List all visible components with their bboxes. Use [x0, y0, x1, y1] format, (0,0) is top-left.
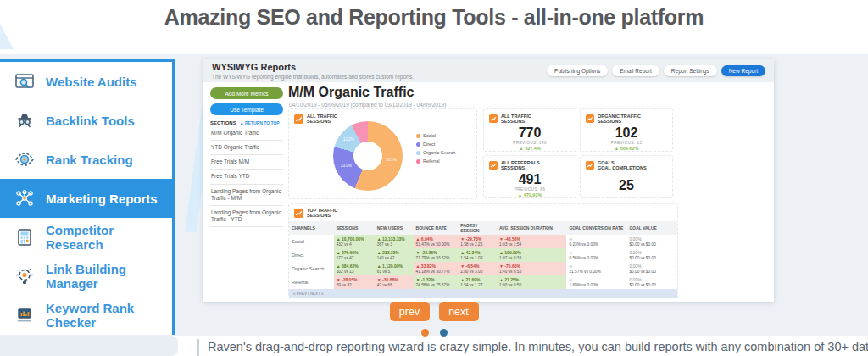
- backlink-tools-icon: [14, 110, 36, 131]
- metric-value: 491: [484, 172, 576, 187]
- donut-slice-label: 13.2%: [343, 137, 354, 142]
- column-header: SESSIONS: [334, 221, 375, 235]
- metric-value: 770: [484, 125, 576, 141]
- website-audits-icon: [14, 71, 36, 92]
- sidebar-item-label: Marketing Reports: [46, 192, 158, 206]
- table-pagination[interactable]: « PREV / NEXT »: [289, 289, 677, 298]
- add-more-metrics-button[interactable]: Add More Metrics: [210, 87, 283, 99]
- donut-slice-label: 56.1%: [386, 158, 397, 162]
- section-link[interactable]: Free Trials YTD: [210, 170, 283, 184]
- metric-previous: PREVIOUS: 146: [484, 141, 576, 145]
- table-cell: ▲ 1,120.00%61 vs 5: [375, 262, 414, 275]
- table-cell: ▲ 42.34%1.54 vs 1.09: [458, 248, 497, 262]
- all-traffic-donut-card: ALL TRAFFIC SESSIONS 56.1% 23.0% 13.2% S…: [288, 108, 477, 199]
- metric-cards-grid: ALL TRAFFICSESSIONS 770 PREVIOUS: 146 ▲ …: [483, 108, 673, 198]
- metric-delta: ▲ 470.93%: [484, 192, 576, 197]
- table-cell: ▲ 233.33%140 vs 42: [375, 248, 414, 262]
- table-row: Direct ▲ 276.60%177 vs 47 ▲ 233.33%140 v…: [289, 248, 677, 262]
- marketing-reports-icon: [14, 188, 36, 209]
- table-row: Social ▲ 10,700.00%432 vs 4 ▲ 12,133.33%…: [289, 235, 677, 248]
- sidebar-item-label: Rank Tracking: [46, 153, 133, 167]
- table-cell: ∞0.23% vs 0.00%: [566, 235, 626, 248]
- legend-dot: [416, 159, 420, 164]
- channel-cell: Social: [289, 235, 334, 248]
- legend-label: Social: [423, 133, 436, 138]
- table-row: Organic Search ▲ 684.62%102 vs 13 ▲ 1,12…: [289, 262, 677, 275]
- report-date-range: 04/10/2019 - 05/09/2019 (compared to 03/…: [289, 102, 446, 108]
- legend-dot: [416, 151, 420, 155]
- table-cell: ▼ -6.54%2.80 vs 3.00: [458, 262, 497, 275]
- legend-dot: [416, 142, 420, 147]
- sidebar-item-marketing-reports[interactable]: Marketing Reports: [0, 179, 175, 218]
- carousel-dot[interactable]: [440, 329, 448, 337]
- metric-delta: ▲ 427.4%: [484, 146, 576, 151]
- card-subtitle: SESSIONS: [598, 119, 641, 124]
- metric-value: 102: [581, 125, 672, 141]
- prev-button[interactable]: prev: [390, 302, 430, 321]
- sidebar-item-website-audits[interactable]: Website Audits: [0, 62, 172, 101]
- metric-previous: PREVIOUS: 13: [581, 141, 672, 145]
- column-header: CHANNELS: [289, 221, 334, 235]
- carousel-controls: prev next: [0, 302, 868, 321]
- email-report-button[interactable]: Email Report: [612, 65, 659, 76]
- metric-icon: [294, 114, 303, 124]
- metric-icon: [489, 114, 498, 123]
- legend-label: Direct: [423, 142, 435, 147]
- return-to-top-link[interactable]: ▲ RETURN TO TOP: [240, 120, 280, 125]
- competitor-research-icon: [14, 227, 36, 248]
- section-link[interactable]: Landing Pages from Organic Traffic - M/M: [210, 185, 283, 206]
- report-settings-button[interactable]: Report Settings: [664, 65, 717, 76]
- page-title: Amazing SEO and Reporting Tools - all-in…: [0, 5, 868, 30]
- caption-divider: [197, 339, 199, 356]
- table-cell: 0.00%$0.00 vs $0.00: [626, 235, 677, 248]
- table-cell: 0.00%$0.00 vs $0.00: [626, 275, 677, 289]
- metric-icon: [586, 161, 594, 170]
- sections-label: SECTIONS: [210, 120, 236, 125]
- section-link[interactable]: M/M Organic Traffic: [210, 126, 283, 141]
- legend-label: Referral: [423, 159, 440, 164]
- carousel-dot-active[interactable]: [421, 329, 429, 337]
- app-title: WYSIWYG Reports: [212, 62, 414, 73]
- table-cell: ▲ 684.62%102 vs 13: [334, 262, 375, 275]
- table-cell: ▲ 33.82%41.18% vs 30.77%: [414, 262, 459, 275]
- metric-delta: ▲ 684.62%: [581, 146, 672, 151]
- metric-icon: [489, 161, 498, 170]
- section-link[interactable]: Free Trials M/M: [210, 155, 283, 170]
- use-template-button[interactable]: Use Template: [210, 103, 283, 115]
- card-subtitle: SESSIONS: [307, 213, 337, 218]
- app-subtitle: The WYSIWYG reporting engine that builds…: [212, 74, 414, 80]
- link-building-icon: [14, 266, 36, 286]
- metric-card-organic-traffic: ORGANIC TRAFFICSESSIONS 102 PREVIOUS: 13…: [580, 108, 673, 152]
- traffic-donut-chart: 56.1% 23.0% 13.2%: [333, 121, 403, 191]
- sidebar-item-link-building-manager[interactable]: Link Building Manager: [0, 257, 172, 296]
- column-header: BOUNCE RATE: [414, 221, 459, 235]
- dashboard-header: WYSIWYG Reports The WYSIWYG reporting en…: [203, 59, 774, 82]
- next-button[interactable]: next: [439, 302, 479, 321]
- traffic-table: CHANNELS SESSIONS NEW USERS BOUNCE RATE …: [289, 221, 677, 289]
- section-link[interactable]: Landing Pages from Organic Traffic - YTD: [210, 206, 283, 227]
- donut-slice-label: 23.0%: [341, 164, 352, 168]
- sidebar-item-backlink-tools[interactable]: Backlink Tools: [0, 101, 172, 140]
- rank-tracking-icon: [14, 149, 36, 170]
- metric-card-goals: GOALSGOAL COMPLETIONS 25: [580, 155, 673, 198]
- report-title: M/M Organic Traffic: [288, 85, 414, 100]
- card-subtitle: SESSIONS: [501, 165, 540, 170]
- metric-icon: [586, 114, 594, 123]
- publishing-options-button[interactable]: Publishing Options: [547, 65, 608, 76]
- card-subtitle: GOAL COMPLETIONS: [598, 165, 647, 170]
- section-link[interactable]: YTD Organic Traffic: [210, 141, 283, 155]
- sidebar-item-competitor-research[interactable]: Competitor Research: [0, 218, 172, 257]
- metric-value: 25: [581, 178, 672, 193]
- metric-card-all-traffic: ALL TRAFFICSESSIONS 770 PREVIOUS: 146 ▲ …: [483, 108, 576, 152]
- new-report-button[interactable]: New Report: [721, 65, 765, 76]
- table-cell: ∞1.69% vs 0.00%: [566, 275, 626, 289]
- table-cell: ▼ -1.32%74.58% vs 75.67%: [414, 275, 459, 289]
- table-row: Referral ▼ -28.05%59 vs 82 ▼ -30.88%47 v…: [289, 275, 677, 289]
- sidebar-item-label: Competitor Research: [46, 223, 172, 252]
- table-cell: ▲ 100.09%1:07 vs 0:33: [497, 248, 566, 262]
- column-header: NEW USERS: [375, 221, 414, 235]
- feature-sidebar: Website Audits Backlink Tools Rank Track…: [0, 59, 175, 335]
- table-cell: ▼ -30.88%47 vs 68: [375, 275, 414, 289]
- table-cell: ▲ 21.25%1:00 vs 0:50: [497, 275, 566, 289]
- sidebar-item-rank-tracking[interactable]: Rank Tracking: [0, 140, 172, 179]
